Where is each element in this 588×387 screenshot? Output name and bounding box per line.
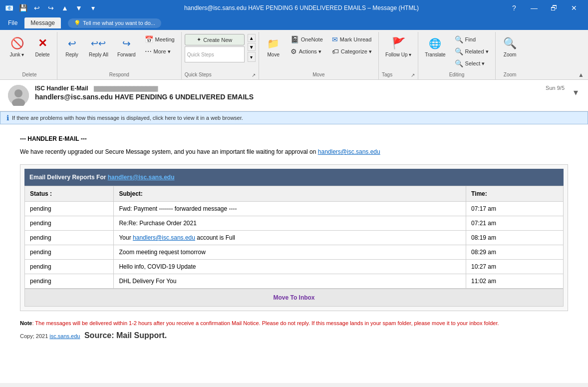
copy-line: Copy; 2021 isc.sans.edu Source: Mail Sup…: [20, 330, 568, 342]
time-cell: 08:19 am: [466, 231, 563, 245]
quick-steps-dialog-button[interactable]: ↗: [252, 72, 256, 78]
close-button[interactable]: ✕: [564, 0, 584, 16]
delete-group-content: 🚫 Junk ▾ ✕ Delete: [5, 32, 54, 71]
undo-qat-button[interactable]: ↩: [31, 2, 43, 14]
ribbon-group-quick-steps: ✦ Create New Quick Steps ▲ ▼ ▾ Quick Ste…: [182, 32, 259, 79]
zoom-icon: 🔍: [502, 36, 518, 50]
editing-group-label: Editing: [421, 71, 492, 79]
actions-icon: ⚙: [291, 47, 297, 55]
intro-link[interactable]: handlers@isc.sans.edu: [318, 148, 380, 155]
expand-button[interactable]: ▾: [572, 85, 580, 100]
respond-group-label: Respond: [60, 71, 178, 79]
maximize-button[interactable]: 🗗: [544, 0, 564, 16]
status-cell: pending: [25, 231, 114, 245]
time-cell: 07:17 am: [466, 202, 563, 216]
more-respond-button[interactable]: ⋯ More ▾: [141, 46, 178, 57]
outlook-icon: 📧: [4, 3, 13, 12]
zoom-group-content: 🔍 Zoom: [499, 32, 522, 71]
delete-group-label: Delete: [5, 71, 54, 79]
onenote-icon: 📓: [291, 35, 299, 43]
related-button[interactable]: 🔍 Related ▾: [451, 46, 492, 57]
svg-text:📧: 📧: [5, 4, 13, 12]
email-body: --- HANDLER E-MAIL --- We have recently …: [0, 124, 588, 352]
mark-unread-button[interactable]: ✉ Mark Unread: [328, 34, 375, 45]
email-date: Sun 9/5 ▾: [546, 85, 580, 100]
email-subject: handlers@isc.sans.edu HAVE PENDING 6 UND…: [35, 93, 540, 101]
respond-group-content: ↩ Reply ↩↩ Reply All ↪ Forward 📅 Meeting…: [60, 32, 178, 71]
follow-up-icon: 🚩: [390, 36, 406, 50]
menu-tab-file[interactable]: File: [2, 17, 23, 28]
follow-up-button[interactable]: 🚩 Follow Up ▾: [382, 34, 415, 60]
ribbon-group-editing: 🌐 Translate 🔍 Find 🔍 Related ▾ 🔍 Select …: [418, 32, 495, 79]
table-header-link[interactable]: handlers@isc.sans.edu: [108, 174, 175, 181]
move-group-content: 📁 Move 📓 OneNote ⚙ Actions ▾ ✉ Mark Unre…: [262, 32, 375, 71]
quick-steps-up[interactable]: ▲: [248, 34, 256, 42]
minimize-button[interactable]: —: [524, 0, 544, 16]
subject-cell: Fwd: Payment ------- forwarded message -…: [114, 202, 466, 216]
subject-cell: Re:Re: Purchase Order 2021: [114, 216, 466, 231]
create-new-icon: ✦: [197, 36, 201, 43]
tell-me-button[interactable]: 💡 Tell me what you want to do...: [68, 18, 161, 28]
quick-steps-down[interactable]: ▼: [248, 43, 256, 51]
tags-group-content: 🚩 Follow Up ▾: [382, 32, 415, 71]
up-qat-button[interactable]: ▲: [59, 2, 71, 14]
title-bar-left: 📧 💾 ↩ ↪ ▲ ▼ ▾: [4, 2, 99, 14]
translate-icon: 🌐: [427, 36, 443, 50]
status-cell: pending: [25, 260, 114, 274]
table-row: pending Hello info, COVID-19 Update 10:2…: [25, 260, 564, 274]
translate-button[interactable]: 🌐 Translate: [421, 34, 449, 60]
find-icon: 🔍: [455, 35, 463, 43]
menu-tab-message[interactable]: Message: [24, 17, 61, 28]
categorize-button[interactable]: 🏷 Categorize ▾: [328, 46, 375, 57]
actions-button[interactable]: ⚙ Actions ▾: [287, 46, 326, 57]
table-header-row: Status : Subject: Time:: [25, 186, 564, 202]
save-qat-button[interactable]: 💾: [17, 2, 29, 14]
ribbon-collapse-button[interactable]: ▲: [578, 71, 584, 78]
delete-icon: ✕: [34, 36, 50, 50]
tags-dialog-button[interactable]: ↗: [411, 72, 415, 78]
junk-icon: 🚫: [9, 36, 25, 50]
help-button[interactable]: ?: [504, 0, 524, 16]
table-row: pending Your handlers@isc.sans.edu accou…: [25, 231, 564, 245]
time-cell: 10:27 am: [466, 260, 563, 274]
move-inbox-button[interactable]: Move To Inbox: [273, 294, 314, 301]
reply-all-button[interactable]: ↩↩ Reply All: [85, 34, 112, 60]
subject-cell: Zoom meeting request tomorrow: [114, 245, 466, 260]
related-icon: 🔍: [455, 47, 463, 55]
meeting-button[interactable]: 📅 Meeting: [141, 34, 178, 45]
isc-link[interactable]: isc.sans.edu: [49, 333, 80, 339]
subject-cell: Hello info, COVID-19 Update: [114, 260, 466, 274]
more-qat-button[interactable]: ▾: [87, 2, 99, 14]
junk-button[interactable]: 🚫 Junk ▾: [5, 34, 29, 60]
info-bar: ℹ If there are problems with how this me…: [0, 111, 588, 124]
reply-button[interactable]: ↩ Reply: [60, 34, 83, 60]
move-button[interactable]: 📁 Move: [262, 34, 285, 60]
create-new-button[interactable]: ✦ Create New: [185, 34, 245, 45]
table-header: Email Delivery Reports For handlers@isc.…: [24, 169, 564, 186]
onenote-button[interactable]: 📓 OneNote: [287, 34, 326, 45]
ribbon-group-tags: 🚩 Follow Up ▾ Tags ↗: [379, 32, 418, 79]
down-qat-button[interactable]: ▼: [73, 2, 85, 14]
sender-name: ISC Handler E-Mail ▇▇▇▇▇▇▇▇▇▇▇▇▇▇▇▇: [35, 85, 540, 92]
table-row: pending Re:Re: Purchase Order 2021 07:21…: [25, 216, 564, 231]
quick-steps-expand[interactable]: ▾: [248, 52, 256, 62]
quick-steps-list: Quick Steps: [185, 46, 245, 62]
menu-bar: File Message 💡 Tell me what you want to …: [0, 16, 588, 30]
find-button[interactable]: 🔍 Find: [451, 34, 492, 45]
select-button[interactable]: 🔍 Select ▾: [451, 58, 492, 69]
editing-group-content: 🌐 Translate 🔍 Find 🔍 Related ▾ 🔍 Select …: [421, 32, 492, 71]
meeting-icon: 📅: [145, 35, 153, 43]
forward-button[interactable]: ↪ Forward: [114, 34, 139, 60]
redo-qat-button[interactable]: ↪: [45, 2, 57, 14]
status-cell: pending: [25, 245, 114, 260]
email-header: ISC Handler E-Mail ▇▇▇▇▇▇▇▇▇▇▇▇▇▇▇▇ hand…: [0, 80, 588, 111]
zoom-button[interactable]: 🔍 Zoom: [499, 34, 522, 60]
mark-unread-icon: ✉: [332, 35, 338, 43]
delete-button[interactable]: ✕ Delete: [31, 34, 54, 60]
table-row: pending Fwd: Payment ------- forwarded m…: [25, 202, 564, 216]
status-cell: pending: [25, 216, 114, 231]
subject-link-3[interactable]: handlers@isc.sans.edu: [133, 234, 195, 241]
ribbon-group-move: 📁 Move 📓 OneNote ⚙ Actions ▾ ✉ Mark Unre…: [259, 32, 379, 79]
source-text: Source: Mail Support.: [82, 331, 167, 340]
time-cell: 11:02 am: [466, 274, 563, 289]
